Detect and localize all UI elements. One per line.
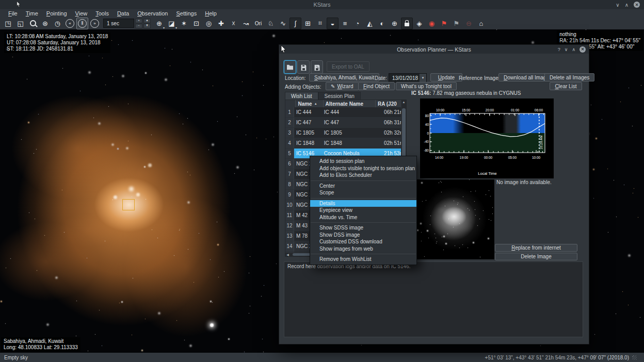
chevron-down-icon[interactable]: ▾ (419, 74, 426, 82)
save-list-button[interactable] (297, 60, 310, 74)
up-arrow-icon[interactable]: ▲ (143, 19, 151, 23)
time-step-forward-icon[interactable]: » (89, 18, 101, 29)
context-menu-item[interactable]: Details (310, 200, 416, 207)
fov-symbol-icon[interactable]: ◪▾ (166, 18, 178, 29)
col-alternate-name[interactable]: Alternate Name (324, 100, 376, 107)
constellation-art-icon[interactable]: ♘ (265, 18, 277, 29)
menu-pointing[interactable]: Pointing (42, 10, 71, 17)
save-list-as-button[interactable] (311, 60, 323, 74)
table-row[interactable]: 4IC 1848IC 184802h 51m (285, 138, 406, 149)
table-header[interactable]: Name▲Alternate NameRA (J20 (285, 100, 406, 107)
zoom-to-region-icon[interactable]: ◳ (2, 18, 14, 29)
show-comets-icon[interactable]: ↝ (240, 18, 252, 29)
horizontal-grid-icon[interactable]: ⌗ (314, 18, 326, 29)
help-icon[interactable]: ? (558, 47, 560, 52)
context-menu-item[interactable]: Eyepiece view (310, 207, 416, 214)
eraser-icon[interactable]: ◈ (413, 18, 425, 29)
wizard-button[interactable]: ✎ Wizard (326, 82, 359, 90)
minus-icon[interactable]: − (135, 24, 142, 28)
menu-time[interactable]: Time (22, 10, 42, 17)
table-row[interactable]: 1IC 444IC 44406h 21m (285, 107, 406, 118)
gray-flag-icon[interactable]: ⚑ (450, 18, 462, 29)
context-menu-item[interactable]: Add objects visible tonight to session p… (310, 165, 416, 172)
clear-list-button[interactable]: Clear List (550, 82, 582, 90)
whats-up-tonight-button[interactable]: What's up Tonight tool (396, 82, 457, 90)
context-menu-item[interactable]: Show SDSS image (310, 224, 416, 232)
replace-from-internet-button[interactable]: Replace from internet (495, 244, 577, 252)
observation-notes-field[interactable]: Record here observation logs and/or data… (284, 261, 583, 337)
context-menu-item[interactable]: Remove from WishList (310, 256, 416, 263)
svg-text:40: 40 (425, 123, 429, 126)
shade-icon[interactable]: ∨ (565, 47, 568, 52)
window-titlebar[interactable]: KStars ∨ ∧ ✕ (0, 0, 644, 9)
minimize-icon[interactable]: ∨ (616, 2, 619, 8)
context-menu-item[interactable]: Scope (310, 189, 416, 196)
context-menu-item[interactable]: Show DSS image (310, 232, 416, 239)
whats-interesting-icon[interactable]: ≡ (339, 18, 351, 29)
plus-icon[interactable]: + (135, 19, 142, 23)
time-pause-icon[interactable]: Ⅱ (76, 18, 88, 29)
lock-position-icon[interactable] (401, 18, 413, 29)
context-menu-item[interactable]: Center (310, 183, 416, 190)
menu-file[interactable]: File (4, 10, 22, 17)
light-pollution-icon[interactable]: ◭ (364, 18, 376, 29)
pencil-icon: ✎ (331, 84, 335, 89)
menu-help[interactable]: Help (201, 10, 221, 17)
context-menu-item[interactable]: Add to session plan (310, 158, 416, 165)
date-combobox[interactable]: 13/01/2018 ▾ (389, 73, 427, 83)
dialog-titlebar[interactable]: Observation Planner — KStars ? ∨ ∧ ✕ (279, 45, 589, 54)
equatorial-grid-icon[interactable]: ⊞ (302, 18, 314, 29)
constellation-lines-icon[interactable]: ∿ (277, 18, 289, 29)
menu-view[interactable]: View (71, 10, 92, 17)
unshade-icon[interactable]: ∧ (572, 47, 575, 52)
context-menu-item[interactable]: Customized DSS download (310, 238, 416, 245)
table-row[interactable]: 3IC 1805IC 180502h 32m (285, 128, 406, 138)
record-dot-icon[interactable]: ◉ (426, 18, 438, 29)
context-menu-item[interactable]: Add to Ekos Scheduler (310, 172, 416, 179)
timestep-value[interactable]: 1 sec (103, 19, 134, 28)
time-step-back-icon[interactable]: « (64, 18, 76, 29)
show-stars-icon[interactable]: ✶ (178, 18, 190, 29)
find-object-icon[interactable] (27, 18, 39, 29)
update-button[interactable]: Update (430, 73, 462, 81)
context-menu-item[interactable]: Show images from web (310, 245, 416, 253)
moon-phase-icon[interactable]: ◐ (376, 18, 388, 29)
menu-tools[interactable]: Tools (91, 10, 113, 17)
center-crosshair-icon[interactable]: ✚ (215, 18, 227, 29)
menu-observation[interactable]: Observation (133, 10, 172, 17)
delete-all-images-button[interactable]: Delete all Images (544, 73, 594, 81)
open-list-button[interactable] (284, 60, 296, 74)
main-toolbar: ◳◱⊛◷«Ⅱ»1 sec+−▲▼⊕▾◪▾✶⊡◎✚☓↝Ori♘∿∫⊞⌗◒≡◔◭◐⊕… (0, 17, 644, 30)
menu-settings[interactable]: Settings (172, 10, 201, 17)
find-object-button[interactable]: Find Object (358, 82, 395, 90)
maximize-icon[interactable]: ∧ (625, 2, 629, 8)
red-flag-icon[interactable]: ⚑ (438, 18, 450, 29)
sky-calendar-icon[interactable]: ◔ (351, 18, 363, 29)
col-name[interactable]: Name▲ (296, 100, 323, 107)
select-region-icon[interactable]: ◱ (14, 18, 26, 29)
close-icon[interactable]: ✕ (634, 2, 640, 8)
constellation-names-icon[interactable]: Ori (252, 18, 264, 29)
time-clock-icon[interactable]: ◷ (52, 18, 63, 29)
timestep-spinbox[interactable]: 1 sec+−▲▼ (103, 19, 151, 28)
dome-icon[interactable]: ⌂ (475, 18, 487, 29)
menu-data[interactable]: Data (113, 10, 133, 17)
table-row[interactable]: 2IC 447IC 44706h 31m (285, 118, 406, 128)
down-arrow-icon[interactable]: ▼ (143, 24, 151, 28)
resize-grip[interactable] (632, 355, 637, 360)
milky-way-icon[interactable]: ∫ (289, 18, 301, 29)
show-solar-system-icon[interactable]: ◎ (203, 18, 215, 29)
geo-location-icon[interactable]: ⊛ (39, 18, 51, 29)
reference-images-label: Reference Images: (459, 75, 503, 81)
context-menu-item[interactable]: Altitude vs. Time (310, 214, 416, 221)
pointing-target-icon[interactable]: ⊕▾ (153, 18, 165, 29)
scroll-up-icon[interactable]: ▲ (401, 100, 406, 105)
dialog-close-icon[interactable]: ✕ (579, 46, 586, 53)
scroll-left-icon[interactable]: ◀ (285, 253, 290, 256)
horizon-ground-icon[interactable]: ◒ (327, 18, 339, 29)
delete-image-button[interactable]: Delete Image (495, 253, 577, 260)
show-satellites-icon[interactable]: ☓ (228, 18, 239, 29)
location-button[interactable]: Sabahiya, Ahmadi, Kuwait (309, 73, 379, 81)
show-deepsky-icon[interactable]: ⊡ (190, 18, 202, 29)
telescope-crosshair-icon[interactable]: ⊕ (389, 18, 400, 29)
